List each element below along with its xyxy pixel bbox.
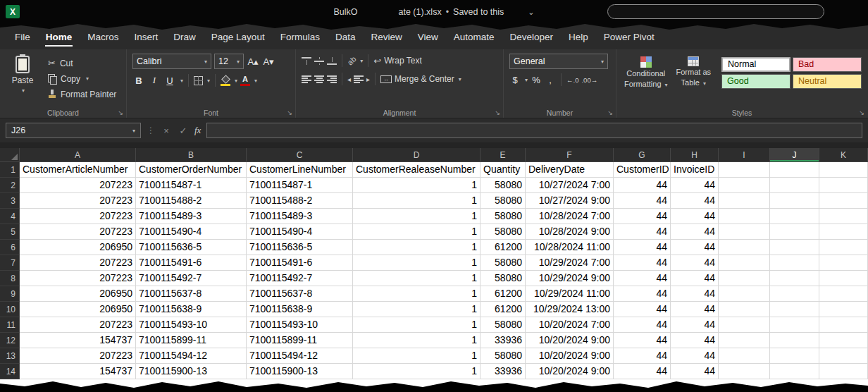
cell-F2[interactable]: 10/27/2024 7:00	[526, 178, 614, 193]
cell-J6[interactable]	[770, 240, 819, 255]
column-header-K[interactable]: K	[819, 148, 868, 162]
cell-H6[interactable]: 44	[671, 240, 719, 255]
tab-draw[interactable]: Draw	[166, 24, 204, 49]
currency-format-button[interactable]: $	[509, 75, 521, 85]
cell-J10[interactable]	[770, 302, 819, 317]
cell-F7[interactable]: 10/29/2024 7:00	[526, 255, 614, 271]
tab-data[interactable]: Data	[328, 24, 364, 49]
cell-J11[interactable]	[770, 317, 819, 333]
cancel-entry-icon[interactable]: ×	[161, 125, 172, 136]
cell-G11[interactable]: 44	[614, 317, 671, 333]
cell-E11[interactable]: 58080	[480, 317, 526, 333]
cell-E6[interactable]: 61200	[480, 240, 526, 255]
cell-C7[interactable]: 7100115491-6	[247, 255, 353, 271]
cell-C13[interactable]: 7100115494-12	[247, 348, 353, 364]
cell-F3[interactable]: 10/27/2024 9:00	[526, 193, 614, 209]
cell-G3[interactable]: 44	[614, 193, 671, 209]
increase-decimal-button[interactable]: ←.0	[566, 76, 578, 84]
bold-button[interactable]: B	[132, 73, 145, 87]
cell-J1[interactable]	[770, 162, 819, 178]
formula-input[interactable]	[206, 123, 862, 138]
cell-D7[interactable]: 1	[353, 255, 480, 271]
cell-K6[interactable]	[819, 240, 868, 255]
cell-D14[interactable]: 1	[353, 364, 480, 379]
column-header-I[interactable]: I	[719, 148, 770, 162]
cell-E3[interactable]: 58080	[480, 193, 526, 209]
cell-K7[interactable]	[819, 255, 868, 271]
cell-D9[interactable]: 1	[353, 286, 480, 302]
cell-I4[interactable]	[719, 209, 770, 224]
cell-A7[interactable]: 207223	[20, 255, 136, 271]
cell-I5[interactable]	[719, 224, 770, 240]
column-header-J[interactable]: J	[770, 148, 819, 162]
cell-E9[interactable]: 61200	[480, 286, 526, 302]
cell-I9[interactable]	[719, 286, 770, 302]
cell-F4[interactable]: 10/28/2024 7:00	[526, 209, 614, 224]
cell-H13[interactable]: 44	[671, 348, 719, 364]
select-all-corner[interactable]	[0, 148, 20, 162]
cell-D3[interactable]: 1	[353, 193, 480, 209]
cell-F11[interactable]: 10/20/2024 7:00	[526, 317, 614, 333]
cell-style-neutral[interactable]: Neutral	[793, 74, 862, 89]
column-header-B[interactable]: B	[136, 148, 247, 162]
fill-color-icon[interactable]	[221, 75, 230, 86]
cell-D2[interactable]: 1	[353, 178, 480, 193]
cell-K4[interactable]	[819, 209, 868, 224]
cell-K2[interactable]	[819, 178, 868, 193]
cell-J4[interactable]	[770, 209, 819, 224]
wrap-text-button[interactable]: ↩ Wrap Text	[373, 54, 421, 68]
cell-F10[interactable]: 10/29/2024 13:00	[526, 302, 614, 317]
cell-E12[interactable]: 33936	[480, 333, 526, 348]
cell-B3[interactable]: 7100115488-2	[136, 193, 247, 209]
cell-E14[interactable]: 33936	[480, 364, 526, 379]
cell-H2[interactable]: 44	[671, 178, 719, 193]
cell-B10[interactable]: 7100115638-9	[136, 302, 247, 317]
cell-D13[interactable]: 1	[353, 348, 480, 364]
cell-G1[interactable]: CustomerID	[614, 162, 671, 178]
cell-H1[interactable]: InvoiceID	[671, 162, 719, 178]
cell-A3[interactable]: 207223	[20, 193, 136, 209]
row-header-12[interactable]: 12	[0, 333, 20, 348]
cell-E5[interactable]: 58080	[480, 224, 526, 240]
cell-H7[interactable]: 44	[671, 255, 719, 271]
styles-dialog-launcher-icon[interactable]: ↘	[859, 109, 864, 116]
column-header-C[interactable]: C	[247, 148, 353, 162]
conditional-formatting-button[interactable]: Conditional Formatting ▾	[622, 54, 670, 106]
cell-D6[interactable]: 1	[353, 240, 480, 255]
cell-J5[interactable]	[770, 224, 819, 240]
cell-A8[interactable]: 207223	[20, 271, 136, 286]
cell-I1[interactable]	[719, 162, 770, 178]
borders-icon[interactable]	[194, 76, 203, 85]
column-header-A[interactable]: A	[20, 148, 136, 162]
cell-D10[interactable]: 1	[353, 302, 480, 317]
cell-A12[interactable]: 154737	[20, 333, 136, 348]
column-header-E[interactable]: E	[480, 148, 526, 162]
cell-J14[interactable]	[770, 364, 819, 379]
row-header-6[interactable]: 6	[0, 240, 20, 255]
cell-K10[interactable]	[819, 302, 868, 317]
align-top-icon[interactable]	[302, 57, 311, 65]
cell-J3[interactable]	[770, 193, 819, 209]
orientation-icon[interactable]: ab	[346, 54, 358, 66]
cell-F9[interactable]: 10/29/2024 11:00	[526, 286, 614, 302]
decrease-font-size-button[interactable]: A▾	[262, 54, 275, 68]
tab-view[interactable]: View	[410, 24, 446, 49]
column-header-G[interactable]: G	[614, 148, 671, 162]
cell-C11[interactable]: 7100115493-10	[247, 317, 353, 333]
increase-indent-icon[interactable]: ▸	[366, 75, 370, 83]
cell-J8[interactable]	[770, 271, 819, 286]
underline-button[interactable]: U	[163, 73, 176, 87]
cell-G8[interactable]: 44	[614, 271, 671, 286]
tab-insert[interactable]: Insert	[127, 24, 166, 49]
row-header-3[interactable]: 3	[0, 193, 20, 209]
increase-font-size-button[interactable]: A▴	[247, 54, 259, 68]
cell-J7[interactable]	[770, 255, 819, 271]
cell-I2[interactable]	[719, 178, 770, 193]
cell-K12[interactable]	[819, 333, 868, 348]
cell-K3[interactable]	[819, 193, 868, 209]
cell-B9[interactable]: 7100115637-8	[136, 286, 247, 302]
cell-F13[interactable]: 10/20/2024 9:00	[526, 348, 614, 364]
font-dialog-launcher-icon[interactable]: ↘	[287, 109, 292, 116]
align-middle-icon[interactable]	[314, 57, 324, 65]
cell-A2[interactable]: 207223	[20, 178, 136, 193]
